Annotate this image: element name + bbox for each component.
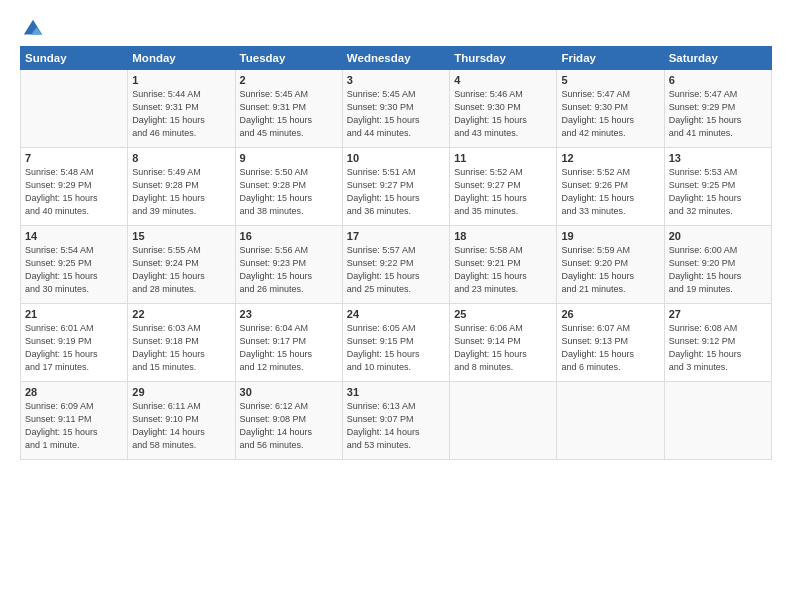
calendar-cell: 18Sunrise: 5:58 AM Sunset: 9:21 PM Dayli… xyxy=(450,226,557,304)
calendar-cell: 14Sunrise: 5:54 AM Sunset: 9:25 PM Dayli… xyxy=(21,226,128,304)
day-info: Sunrise: 5:54 AM Sunset: 9:25 PM Dayligh… xyxy=(25,244,123,296)
day-number: 28 xyxy=(25,386,123,398)
day-number: 3 xyxy=(347,74,445,86)
day-info: Sunrise: 5:52 AM Sunset: 9:27 PM Dayligh… xyxy=(454,166,552,218)
day-info: Sunrise: 6:00 AM Sunset: 9:20 PM Dayligh… xyxy=(669,244,767,296)
calendar-cell: 15Sunrise: 5:55 AM Sunset: 9:24 PM Dayli… xyxy=(128,226,235,304)
day-number: 15 xyxy=(132,230,230,242)
day-info: Sunrise: 6:11 AM Sunset: 9:10 PM Dayligh… xyxy=(132,400,230,452)
day-number: 12 xyxy=(561,152,659,164)
day-info: Sunrise: 5:57 AM Sunset: 9:22 PM Dayligh… xyxy=(347,244,445,296)
calendar-cell: 13Sunrise: 5:53 AM Sunset: 9:25 PM Dayli… xyxy=(664,148,771,226)
day-number: 18 xyxy=(454,230,552,242)
calendar-cell: 1Sunrise: 5:44 AM Sunset: 9:31 PM Daylig… xyxy=(128,70,235,148)
day-number: 30 xyxy=(240,386,338,398)
calendar-cell: 30Sunrise: 6:12 AM Sunset: 9:08 PM Dayli… xyxy=(235,382,342,460)
calendar-cell: 7Sunrise: 5:48 AM Sunset: 9:29 PM Daylig… xyxy=(21,148,128,226)
day-number: 9 xyxy=(240,152,338,164)
calendar-cell: 21Sunrise: 6:01 AM Sunset: 9:19 PM Dayli… xyxy=(21,304,128,382)
day-number: 1 xyxy=(132,74,230,86)
header-sunday: Sunday xyxy=(21,47,128,70)
day-number: 16 xyxy=(240,230,338,242)
day-number: 2 xyxy=(240,74,338,86)
day-number: 23 xyxy=(240,308,338,320)
day-info: Sunrise: 5:47 AM Sunset: 9:30 PM Dayligh… xyxy=(561,88,659,140)
calendar-week-row: 14Sunrise: 5:54 AM Sunset: 9:25 PM Dayli… xyxy=(21,226,772,304)
day-number: 29 xyxy=(132,386,230,398)
calendar-cell: 26Sunrise: 6:07 AM Sunset: 9:13 PM Dayli… xyxy=(557,304,664,382)
day-number: 8 xyxy=(132,152,230,164)
calendar-header-row: SundayMondayTuesdayWednesdayThursdayFrid… xyxy=(21,47,772,70)
day-info: Sunrise: 6:12 AM Sunset: 9:08 PM Dayligh… xyxy=(240,400,338,452)
calendar-cell: 16Sunrise: 5:56 AM Sunset: 9:23 PM Dayli… xyxy=(235,226,342,304)
day-number: 14 xyxy=(25,230,123,242)
day-number: 13 xyxy=(669,152,767,164)
calendar-cell xyxy=(21,70,128,148)
calendar-cell: 20Sunrise: 6:00 AM Sunset: 9:20 PM Dayli… xyxy=(664,226,771,304)
day-number: 31 xyxy=(347,386,445,398)
day-info: Sunrise: 5:51 AM Sunset: 9:27 PM Dayligh… xyxy=(347,166,445,218)
day-number: 10 xyxy=(347,152,445,164)
day-number: 19 xyxy=(561,230,659,242)
day-number: 7 xyxy=(25,152,123,164)
logo xyxy=(20,18,44,36)
calendar-cell: 8Sunrise: 5:49 AM Sunset: 9:28 PM Daylig… xyxy=(128,148,235,226)
day-number: 6 xyxy=(669,74,767,86)
day-info: Sunrise: 5:45 AM Sunset: 9:30 PM Dayligh… xyxy=(347,88,445,140)
day-info: Sunrise: 5:59 AM Sunset: 9:20 PM Dayligh… xyxy=(561,244,659,296)
day-info: Sunrise: 5:46 AM Sunset: 9:30 PM Dayligh… xyxy=(454,88,552,140)
calendar-cell: 2Sunrise: 5:45 AM Sunset: 9:31 PM Daylig… xyxy=(235,70,342,148)
calendar-cell: 27Sunrise: 6:08 AM Sunset: 9:12 PM Dayli… xyxy=(664,304,771,382)
day-number: 20 xyxy=(669,230,767,242)
calendar-cell xyxy=(450,382,557,460)
calendar-cell: 19Sunrise: 5:59 AM Sunset: 9:20 PM Dayli… xyxy=(557,226,664,304)
day-number: 4 xyxy=(454,74,552,86)
calendar-cell xyxy=(557,382,664,460)
day-info: Sunrise: 5:52 AM Sunset: 9:26 PM Dayligh… xyxy=(561,166,659,218)
day-info: Sunrise: 6:05 AM Sunset: 9:15 PM Dayligh… xyxy=(347,322,445,374)
day-info: Sunrise: 5:53 AM Sunset: 9:25 PM Dayligh… xyxy=(669,166,767,218)
day-info: Sunrise: 5:55 AM Sunset: 9:24 PM Dayligh… xyxy=(132,244,230,296)
page-header xyxy=(20,18,772,36)
day-info: Sunrise: 5:47 AM Sunset: 9:29 PM Dayligh… xyxy=(669,88,767,140)
calendar-week-row: 7Sunrise: 5:48 AM Sunset: 9:29 PM Daylig… xyxy=(21,148,772,226)
day-info: Sunrise: 6:07 AM Sunset: 9:13 PM Dayligh… xyxy=(561,322,659,374)
header-monday: Monday xyxy=(128,47,235,70)
day-number: 24 xyxy=(347,308,445,320)
header-tuesday: Tuesday xyxy=(235,47,342,70)
day-info: Sunrise: 6:09 AM Sunset: 9:11 PM Dayligh… xyxy=(25,400,123,452)
calendar-cell: 31Sunrise: 6:13 AM Sunset: 9:07 PM Dayli… xyxy=(342,382,449,460)
day-info: Sunrise: 6:13 AM Sunset: 9:07 PM Dayligh… xyxy=(347,400,445,452)
calendar-table: SundayMondayTuesdayWednesdayThursdayFrid… xyxy=(20,46,772,460)
calendar-cell: 25Sunrise: 6:06 AM Sunset: 9:14 PM Dayli… xyxy=(450,304,557,382)
day-info: Sunrise: 6:03 AM Sunset: 9:18 PM Dayligh… xyxy=(132,322,230,374)
header-wednesday: Wednesday xyxy=(342,47,449,70)
header-thursday: Thursday xyxy=(450,47,557,70)
calendar-cell: 5Sunrise: 5:47 AM Sunset: 9:30 PM Daylig… xyxy=(557,70,664,148)
calendar-week-row: 21Sunrise: 6:01 AM Sunset: 9:19 PM Dayli… xyxy=(21,304,772,382)
day-info: Sunrise: 5:50 AM Sunset: 9:28 PM Dayligh… xyxy=(240,166,338,218)
calendar-cell: 3Sunrise: 5:45 AM Sunset: 9:30 PM Daylig… xyxy=(342,70,449,148)
calendar-cell: 24Sunrise: 6:05 AM Sunset: 9:15 PM Dayli… xyxy=(342,304,449,382)
day-number: 17 xyxy=(347,230,445,242)
day-number: 22 xyxy=(132,308,230,320)
day-info: Sunrise: 5:45 AM Sunset: 9:31 PM Dayligh… xyxy=(240,88,338,140)
calendar-cell: 29Sunrise: 6:11 AM Sunset: 9:10 PM Dayli… xyxy=(128,382,235,460)
calendar-cell xyxy=(664,382,771,460)
header-saturday: Saturday xyxy=(664,47,771,70)
day-number: 21 xyxy=(25,308,123,320)
day-info: Sunrise: 5:58 AM Sunset: 9:21 PM Dayligh… xyxy=(454,244,552,296)
day-info: Sunrise: 6:08 AM Sunset: 9:12 PM Dayligh… xyxy=(669,322,767,374)
calendar-cell: 23Sunrise: 6:04 AM Sunset: 9:17 PM Dayli… xyxy=(235,304,342,382)
day-number: 27 xyxy=(669,308,767,320)
day-info: Sunrise: 5:44 AM Sunset: 9:31 PM Dayligh… xyxy=(132,88,230,140)
day-info: Sunrise: 6:04 AM Sunset: 9:17 PM Dayligh… xyxy=(240,322,338,374)
logo-icon xyxy=(22,18,44,40)
calendar-cell: 22Sunrise: 6:03 AM Sunset: 9:18 PM Dayli… xyxy=(128,304,235,382)
day-info: Sunrise: 5:56 AM Sunset: 9:23 PM Dayligh… xyxy=(240,244,338,296)
calendar-week-row: 1Sunrise: 5:44 AM Sunset: 9:31 PM Daylig… xyxy=(21,70,772,148)
day-info: Sunrise: 6:06 AM Sunset: 9:14 PM Dayligh… xyxy=(454,322,552,374)
calendar-cell: 4Sunrise: 5:46 AM Sunset: 9:30 PM Daylig… xyxy=(450,70,557,148)
header-friday: Friday xyxy=(557,47,664,70)
day-number: 26 xyxy=(561,308,659,320)
